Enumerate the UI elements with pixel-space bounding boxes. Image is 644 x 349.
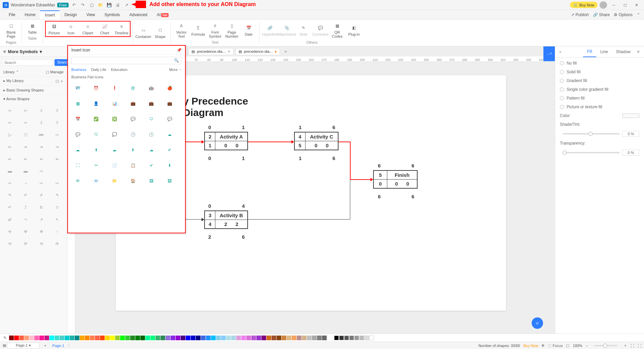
cloud-outline-icon[interactable]: ☁ — [165, 129, 175, 140]
calendar-x-icon[interactable]: ❎ — [109, 114, 119, 124]
collapse-ribbon-icon[interactable]: ⌃ — [637, 12, 640, 17]
color-swatch[interactable] — [9, 336, 14, 340]
color-swatch[interactable] — [145, 336, 150, 340]
envelope-open-icon[interactable]: 📧 — [91, 176, 101, 186]
download-box-icon[interactable]: ⬇ — [165, 160, 175, 170]
picture-fill-radio[interactable]: Picture or texture fill — [560, 105, 639, 109]
arrow-up-icon[interactable]: ⇧ — [50, 105, 64, 116]
color-swatch[interactable] — [29, 336, 34, 340]
basic-shapes-section[interactable]: ▸ Basic Drawing Shapes — [0, 86, 67, 94]
symbol-search-input[interactable] — [2, 59, 53, 66]
color-swatch[interactable] — [181, 336, 185, 340]
shade-value[interactable]: 0 % — [622, 131, 639, 137]
redo-icon[interactable]: ↷ — [79, 2, 86, 8]
icon-button[interactable]: ☺Icon — [63, 22, 79, 36]
exclamation-icon[interactable]: ❗ — [109, 83, 119, 93]
arrow-shape[interactable]: ⇦ — [3, 117, 17, 128]
shape-button[interactable]: ⬠Shape — [152, 21, 169, 45]
undo-icon[interactable]: ↶ — [71, 2, 77, 8]
arrow-shape[interactable]: ↱ — [34, 190, 49, 201]
table-button[interactable]: ▦Table — [24, 21, 41, 36]
pattern-fill-radio[interactable]: Pattern fill — [560, 96, 639, 101]
arrow-shape[interactable]: ⇒ — [34, 142, 49, 152]
arrow-shape[interactable]: ⇨ — [34, 178, 49, 189]
clock-outline-icon[interactable]: 🕐 — [128, 129, 138, 140]
arrow-shape[interactable]: → — [19, 178, 33, 189]
color-swatch[interactable] — [160, 336, 165, 340]
new-tab-button[interactable]: ＋ — [282, 48, 289, 55]
arrow-shape[interactable]: ⇨ — [34, 166, 49, 177]
copy-icon[interactable]: 📋 — [128, 160, 138, 170]
arrow-shape[interactable]: ⤴ — [19, 202, 33, 213]
focus-button[interactable]: ⬚ Focus — [548, 343, 563, 348]
color-swatch[interactable] — [49, 336, 54, 340]
no-fill-radio[interactable]: No fill — [560, 61, 639, 66]
arrow-right-icon[interactable]: ⇨ — [3, 105, 17, 116]
color-swatch[interactable] — [24, 336, 29, 340]
arrow-shape[interactable]: ⇐ — [3, 154, 17, 164]
color-swatch[interactable] — [251, 336, 256, 340]
export-icon[interactable]: ↗ — [123, 2, 130, 8]
arrow-left-icon[interactable]: ⇦ — [19, 105, 33, 116]
arrow-shape[interactable]: ↑ — [50, 226, 64, 237]
arrow-down-icon[interactable]: ⇩ — [34, 105, 49, 116]
maximize-button[interactable]: ◻ — [620, 0, 630, 10]
arrow-shape[interactable]: ⇐ — [34, 154, 49, 164]
fit-page-icon[interactable]: ⛶ — [631, 344, 634, 348]
color-swatch[interactable] — [297, 336, 301, 340]
check-circle-icon[interactable]: ✔ — [146, 160, 156, 170]
home-icon[interactable]: 🏠 — [128, 176, 138, 186]
color-swatch[interactable] — [246, 336, 251, 340]
color-swatch[interactable] — [292, 336, 296, 340]
pin-icon[interactable]: 📌 — [177, 48, 182, 52]
arrow-shape[interactable]: ⇨ — [3, 178, 17, 189]
arrow-shape[interactable]: ⇧ — [50, 117, 64, 128]
chat-icon[interactable]: 🗨 — [146, 114, 156, 124]
gradient-fill-radio[interactable]: Gradient fill — [560, 78, 639, 83]
qr-codes-button[interactable]: ▩QR Codes — [329, 21, 346, 40]
color-swatch[interactable] — [302, 336, 307, 340]
color-swatch[interactable] — [115, 336, 120, 340]
arrow-shape[interactable]: ↖ — [50, 214, 64, 225]
buy-now-button[interactable]: 🛒 Buy Now — [570, 2, 598, 8]
close-panel-icon[interactable]: ✕ — [635, 47, 642, 56]
transparency-value[interactable]: 0 % — [622, 150, 639, 156]
arrow-shapes-section[interactable]: ▾ Arrow Shapes — [0, 94, 67, 103]
manage-link[interactable]: ▢ Manage — [46, 70, 64, 74]
arrow-shape[interactable]: ⬠ — [19, 129, 33, 140]
arrow-shape[interactable]: ⇒ — [50, 142, 64, 152]
page-link[interactable]: Page-1 — [50, 344, 67, 348]
doc-tab-2[interactable]: ▤ precedence-dia... ● — [236, 48, 280, 55]
calendar-icon[interactable]: 📅 — [73, 114, 83, 124]
education-tab[interactable]: Education — [111, 68, 128, 72]
solid-fill-radio[interactable]: Solid fill — [560, 70, 639, 74]
contact-icon[interactable]: 👤 — [91, 99, 101, 109]
chart-button[interactable]: 📈Chart — [96, 22, 113, 36]
arrow-shape[interactable]: ⇐ — [19, 154, 33, 164]
arrow-shape[interactable]: ✣ — [19, 226, 33, 237]
crop-icon[interactable]: ✂ — [91, 160, 101, 170]
color-swatch[interactable] — [95, 336, 100, 340]
clock-icon[interactable]: 🕒 — [146, 129, 156, 140]
arrow-shape[interactable]: ↶ — [19, 190, 33, 201]
arrow-shape[interactable]: ↷ — [3, 190, 17, 201]
print-icon[interactable]: 🖨 — [114, 2, 121, 8]
arrow-shape[interactable]: ⇐ — [3, 142, 17, 152]
message-icon[interactable]: 💬 — [73, 129, 83, 140]
color-swatch[interactable] — [19, 336, 24, 340]
doc-tab-1[interactable]: ▤ precedence-dia... ✕ — [188, 48, 234, 55]
grid-icon[interactable]: ▦ — [73, 99, 83, 109]
save-icon[interactable]: 💾 — [106, 2, 112, 8]
color-swatch[interactable] — [166, 336, 170, 340]
menu-home[interactable]: Home — [20, 11, 40, 19]
color-swatch[interactable] — [110, 336, 115, 340]
color-swatch[interactable] — [261, 336, 266, 340]
arrow-shape[interactable]: ⇄ — [3, 214, 17, 225]
color-swatch[interactable] — [130, 336, 135, 340]
color-swatch[interactable] — [196, 336, 201, 340]
arrow-shape[interactable]: ⇨ — [19, 117, 33, 128]
color-swatch[interactable] — [216, 336, 221, 340]
color-swatch[interactable] — [236, 336, 241, 340]
color-swatch[interactable] — [266, 336, 271, 340]
color-swatch[interactable] — [334, 336, 339, 340]
